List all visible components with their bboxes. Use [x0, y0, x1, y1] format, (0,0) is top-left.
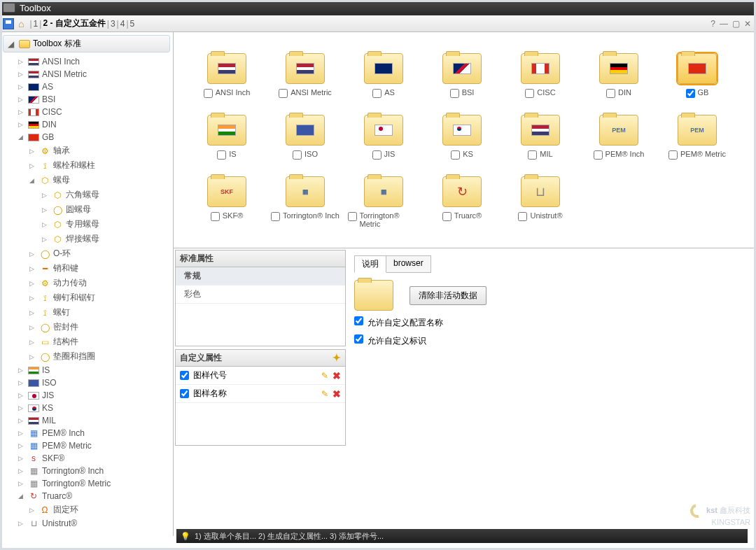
tree-item-tor-inch[interactable]: ▷▦Torrington® Inch: [0, 465, 173, 477]
tree-item-ansi-inch[interactable]: ▷ANSI Inch: [0, 55, 173, 68]
folder-checkbox[interactable]: [606, 89, 615, 98]
help-icon[interactable]: ?: [710, 19, 715, 29]
folder-checkbox[interactable]: [451, 150, 460, 160]
tree-item-gb-struct[interactable]: ▷▭结构件: [0, 334, 173, 349]
folder-gb[interactable]: GB: [658, 53, 736, 98]
folder-din[interactable]: DIN: [580, 53, 658, 98]
delete-icon[interactable]: ✖: [332, 370, 341, 381]
folder-checkbox[interactable]: [372, 89, 382, 98]
add-property-icon[interactable]: ✦: [332, 352, 341, 364]
tree-item-gb-roundnut[interactable]: ▷◯圆螺母: [0, 202, 173, 217]
tree-item-tor-metric[interactable]: ▷▦Torrington® Metric: [0, 477, 173, 490]
tree-item-bsi[interactable]: ▷BSI: [0, 93, 173, 106]
folder-pem-inch[interactable]: PEMPEM® Inch: [580, 115, 658, 160]
folder-checkbox[interactable]: [686, 89, 695, 98]
allow-custom-id-checkbox[interactable]: [354, 334, 363, 344]
folder-skf[interactable]: SKFSKF®: [188, 176, 266, 228]
folder-checkbox[interactable]: [204, 89, 213, 98]
folder-checkbox[interactable]: [518, 212, 527, 221]
tree-item-gb-rivets[interactable]: ▷⟟铆钉和锯钉: [0, 290, 173, 305]
folder-as[interactable]: AS: [344, 53, 423, 98]
home-icon[interactable]: ⌂: [18, 18, 24, 29]
tree-item-gb-seals[interactable]: ▷◯密封件: [0, 320, 173, 334]
tree-item-gb-oring[interactable]: ▷◯O-环: [0, 246, 173, 261]
folder-checkbox[interactable]: [528, 150, 537, 160]
tree-item-truarc[interactable]: ◢↻Truarc®: [0, 490, 173, 502]
tree-item-ansi-metric[interactable]: ▷ANSI Metric: [0, 68, 173, 80]
folder-checkbox[interactable]: [217, 150, 226, 160]
tree-item-jis[interactable]: ▷JIS: [0, 389, 173, 402]
allow-custom-config-checkbox[interactable]: [354, 316, 363, 325]
folder-mil[interactable]: MIL: [501, 115, 580, 160]
prop-color[interactable]: 彩色: [176, 285, 345, 304]
prop-checkbox[interactable]: [180, 371, 189, 380]
tree-item-ks[interactable]: ▷KS: [0, 402, 173, 414]
tree-item-gb-nuts[interactable]: ◢⬡螺母: [0, 173, 173, 188]
tree-item-pem-inch[interactable]: ▷▦PEM® Inch: [0, 427, 173, 439]
folder-tor-metric[interactable]: ▦Torrington® Metric: [344, 176, 423, 228]
folder-checkbox[interactable]: [211, 212, 220, 221]
tab-description[interactable]: 说明: [354, 255, 386, 273]
close-icon[interactable]: ✕: [744, 19, 751, 29]
edit-icon[interactable]: ✎: [321, 371, 328, 381]
tree-item-din[interactable]: ▷DIN: [0, 118, 173, 131]
tab-3[interactable]: 3: [111, 19, 115, 29]
minimize-icon[interactable]: ―: [720, 19, 728, 29]
tab-5[interactable]: 5: [130, 19, 135, 29]
chevron-down-icon[interactable]: ◢: [8, 39, 16, 49]
delete-icon[interactable]: ✖: [332, 388, 341, 400]
tree-root[interactable]: ◢ Toolbox 标准: [3, 35, 170, 52]
folder-checkbox[interactable]: [279, 89, 288, 98]
tree-item-as[interactable]: ▷AS: [0, 80, 173, 93]
tab-4[interactable]: 4: [120, 19, 125, 29]
folder-bsi[interactable]: BSI: [423, 53, 501, 98]
folder-checkbox[interactable]: [594, 150, 603, 160]
tree-item-unistrut[interactable]: ▷⊔Unistrut®: [0, 517, 173, 530]
prop-checkbox[interactable]: [180, 389, 189, 398]
tree-item-pem-metric[interactable]: ▷▦PEM® Metric: [0, 439, 173, 452]
folder-checkbox[interactable]: [525, 89, 534, 98]
tree-item-gb-bolts[interactable]: ▷⟟螺栓和螺柱: [0, 158, 173, 173]
tab-2[interactable]: 2 - 自定义五金件: [43, 17, 105, 29]
tree-item-gb-power[interactable]: ▷⚙动力传动: [0, 276, 173, 290]
folder-ansi-metric[interactable]: ANSI Metric: [266, 53, 344, 98]
tree-item-gb-pins[interactable]: ▷━销和键: [0, 261, 173, 276]
folder-checkbox[interactable]: [442, 212, 451, 221]
edit-icon[interactable]: ✎: [321, 389, 328, 399]
folder-pem-metric[interactable]: PEMPEM® Metric: [658, 115, 736, 160]
tree-item-skf[interactable]: ▷sSKF®: [0, 452, 173, 465]
folder-iso[interactable]: ISO: [266, 115, 344, 160]
tree-item-gb-bearing[interactable]: ▷⚙轴承: [0, 143, 173, 158]
folder-ks[interactable]: KS: [423, 115, 501, 160]
save-icon[interactable]: [3, 18, 14, 29]
tree-item-gb-specialnut[interactable]: ▷⬡专用螺母: [0, 217, 173, 232]
folder-checkbox[interactable]: [372, 150, 382, 160]
tree-item-gb-weldnut[interactable]: ▷⬡焊接螺母: [0, 232, 173, 246]
tab-browser[interactable]: browser: [386, 255, 431, 273]
folder-ansi-inch[interactable]: ANSI Inch: [188, 53, 266, 98]
folder-truarc[interactable]: ↻Truarc®: [423, 176, 501, 228]
folder-checkbox[interactable]: [668, 150, 678, 160]
folder-is[interactable]: IS: [188, 115, 266, 160]
tree-item-gb-hexnut[interactable]: ▷⬡六角螺母: [0, 188, 173, 202]
folder-cisc[interactable]: CISC: [501, 53, 580, 98]
clear-inactive-button[interactable]: 清除非活动数据: [410, 286, 486, 305]
folder-checkbox[interactable]: [293, 150, 302, 160]
tree-item-gb[interactable]: ◢GB: [0, 131, 173, 143]
prop-general[interactable]: 常规: [176, 267, 345, 285]
maximize-icon[interactable]: ▢: [732, 19, 740, 29]
folder-checkbox[interactable]: [271, 212, 280, 221]
tree-item-mil[interactable]: ▷MIL: [0, 414, 173, 427]
tree-item-gb-washers[interactable]: ▷◯垫圈和挡圈: [0, 349, 173, 364]
tree-item-gb-screws[interactable]: ▷⟟螺钉: [0, 305, 173, 320]
tree-item-cisc[interactable]: ▷CISC: [0, 106, 173, 118]
folder-unistrut[interactable]: ⊔Unistrut®: [501, 176, 580, 228]
tree-item-is[interactable]: ▷IS: [0, 364, 173, 376]
tree-item-truarc-ring[interactable]: ▷Ω固定环: [0, 502, 173, 517]
tab-1[interactable]: 1: [34, 19, 38, 29]
folder-tor-inch[interactable]: ▦Torrington® Inch: [266, 176, 344, 228]
folder-checkbox[interactable]: [348, 212, 357, 221]
folder-jis[interactable]: JIS: [344, 115, 423, 160]
tree-item-iso[interactable]: ▷ISO: [0, 376, 173, 389]
folder-checkbox[interactable]: [450, 89, 459, 98]
